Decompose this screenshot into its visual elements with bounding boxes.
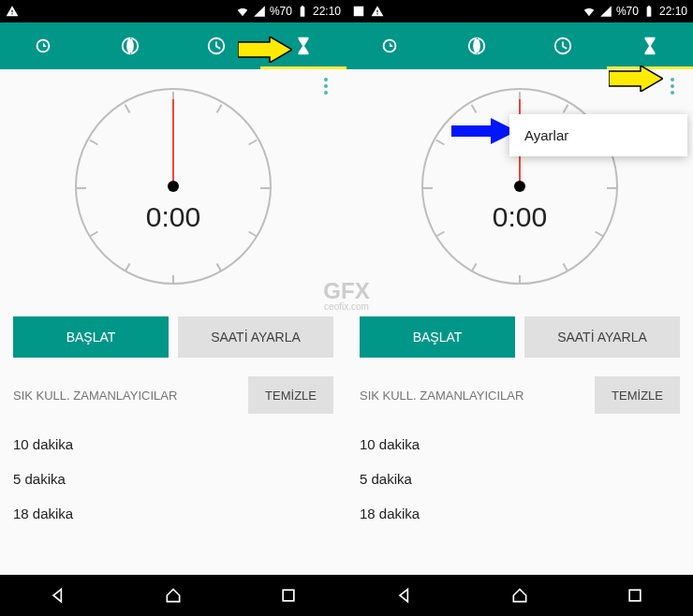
wifi-icon — [582, 5, 596, 18]
tab-alarm[interactable] — [0, 22, 87, 69]
signal-off-icon — [599, 5, 612, 18]
settings-menu-item[interactable]: Ayarlar — [524, 127, 672, 143]
recent-timers-list: 10 dakika 5 dakika 18 dakika — [13, 427, 333, 531]
timer-needle — [172, 99, 174, 188]
warning-icon — [6, 5, 19, 18]
nav-back[interactable] — [346, 575, 462, 616]
tab-bar — [346, 22, 693, 69]
set-time-button[interactable]: SAATİ AYARLA — [178, 316, 333, 358]
battery-percent: %70 — [616, 5, 639, 18]
wifi-icon — [236, 5, 249, 18]
status-bar: %70 22:10 — [0, 0, 346, 22]
list-item[interactable]: 5 dakika — [13, 462, 333, 496]
nav-home[interactable] — [462, 575, 577, 616]
nav-back[interactable] — [0, 575, 115, 616]
tab-world-clock[interactable] — [87, 22, 174, 69]
signal-off-icon — [253, 5, 266, 18]
needle-pivot — [168, 181, 179, 192]
timer-dial: 0:00 — [75, 88, 272, 285]
svg-rect-4 — [629, 590, 641, 601]
main-content: 0:00 BAŞLAT SAATİ AYARLA SIK KULL. ZAMAN… — [0, 69, 346, 531]
needle-pivot — [514, 181, 525, 192]
timer-display: 0:00 — [423, 201, 616, 233]
list-item[interactable]: 5 dakika — [360, 462, 680, 496]
overflow-menu-button[interactable] — [315, 75, 337, 97]
list-item[interactable]: 18 dakika — [13, 496, 333, 531]
status-bar: %70 22:10 — [346, 0, 693, 22]
battery-percent: %70 — [270, 5, 292, 18]
timer-display: 0:00 — [77, 201, 270, 233]
nav-recent[interactable] — [578, 575, 693, 616]
clear-button[interactable]: TEMİZLE — [595, 376, 680, 414]
start-button[interactable]: BAŞLAT — [360, 316, 515, 358]
start-button[interactable]: BAŞLAT — [13, 316, 169, 358]
tab-clock[interactable] — [520, 22, 607, 69]
list-item[interactable]: 10 dakika — [360, 427, 680, 462]
screen-left: %70 22:10 0:00 BAŞLAT SAATİ AYARLA SIK — [0, 0, 346, 616]
nav-home[interactable] — [115, 575, 230, 616]
warning-icon — [371, 5, 384, 18]
clock-time: 22:10 — [313, 5, 341, 18]
tab-bar — [0, 22, 346, 69]
tab-alarm[interactable] — [346, 22, 434, 69]
list-item[interactable]: 18 dakika — [360, 496, 680, 531]
recent-timers-label: SIK KULL. ZAMANLAYICILAR — [360, 389, 595, 403]
nav-recent[interactable] — [231, 575, 346, 616]
recent-timers-list: 10 dakika 5 dakika 18 dakika — [360, 427, 680, 531]
tab-timer[interactable] — [260, 22, 347, 69]
list-item[interactable]: 10 dakika — [13, 427, 333, 462]
svg-rect-1 — [283, 590, 294, 601]
nav-bar — [346, 575, 693, 616]
tab-world-clock[interactable] — [434, 22, 521, 69]
clear-button[interactable]: TEMİZLE — [248, 376, 333, 414]
recent-timers-label: SIK KULL. ZAMANLAYICILAR — [13, 389, 248, 403]
tab-timer[interactable] — [607, 22, 694, 69]
screen-right: %70 22:10 0:00 BAŞLAT SAATİ AYARLA — [346, 0, 693, 616]
image-icon — [352, 5, 365, 18]
overflow-menu-popup: Ayarlar — [509, 114, 687, 156]
clock-time: 22:10 — [659, 5, 687, 18]
set-time-button[interactable]: SAATİ AYARLA — [524, 316, 680, 358]
overflow-menu-button[interactable] — [661, 75, 684, 97]
tab-clock[interactable] — [173, 22, 260, 69]
battery-icon — [642, 5, 656, 18]
nav-bar — [0, 575, 346, 616]
battery-icon — [296, 5, 309, 18]
